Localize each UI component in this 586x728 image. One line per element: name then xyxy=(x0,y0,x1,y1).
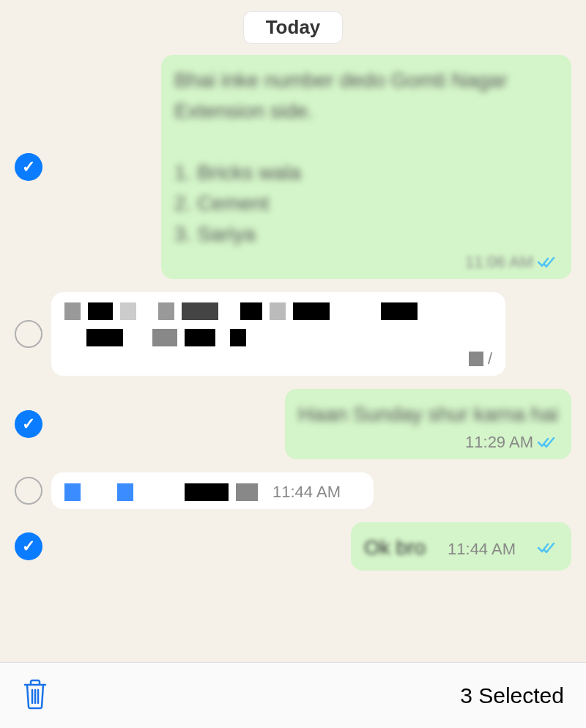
bubble-container: Ok bro 11:44 AM xyxy=(51,522,571,571)
selection-checkbox[interactable]: ✓ xyxy=(15,532,42,560)
redacted-content xyxy=(64,302,492,320)
redacted-content: 11:44 AM xyxy=(64,483,360,502)
read-receipt-icon xyxy=(538,436,558,449)
selected-count: 3 Selected xyxy=(460,683,564,708)
selection-checkbox[interactable]: ✓ xyxy=(15,410,42,438)
check-icon: ✓ xyxy=(22,157,35,177)
message-meta: / xyxy=(64,349,492,368)
message-row[interactable]: ✓ Haan Sunday shur karna hai 11:29 AM xyxy=(15,389,571,459)
date-pill: Today xyxy=(243,11,344,44)
bubble-container: / xyxy=(51,292,571,376)
delete-button[interactable] xyxy=(22,679,48,713)
selection-checkbox[interactable] xyxy=(15,477,42,505)
message-time: 11:44 AM xyxy=(272,483,341,502)
bubble-container: Bhai inke number dedo Gomti Nagar Extens… xyxy=(51,55,571,279)
message-bubble-outgoing[interactable]: Bhai inke number dedo Gomti Nagar Extens… xyxy=(161,55,571,279)
selection-toolbar: 3 Selected xyxy=(0,662,586,728)
check-icon: ✓ xyxy=(22,537,35,556)
message-row[interactable]: / xyxy=(15,292,571,376)
message-text: Haan Sunday shur karna hai xyxy=(298,403,558,426)
message-bubble-incoming[interactable]: / xyxy=(51,292,505,376)
read-receipt-icon xyxy=(538,256,558,269)
read-receipt-icon xyxy=(538,541,558,554)
message-meta: 11:06 AM xyxy=(174,253,558,272)
message-time: 11:06 AM xyxy=(465,253,533,272)
bubble-container: Haan Sunday shur karna hai 11:29 AM xyxy=(51,389,571,459)
message-meta: 11:29 AM xyxy=(298,433,558,452)
selection-checkbox[interactable]: ✓ xyxy=(15,153,42,181)
chat-area: Today ✓ Bhai inke number dedo Gomti Naga… xyxy=(0,0,586,662)
date-header: Today xyxy=(15,11,571,44)
message-row[interactable]: ✓ Bhai inke number dedo Gomti Nagar Exte… xyxy=(15,55,571,279)
redacted-content xyxy=(64,329,492,346)
message-text: Bhai inke number dedo Gomti Nagar Extens… xyxy=(174,65,558,250)
message-row[interactable]: 11:44 AM xyxy=(15,472,571,509)
message-bubble-incoming[interactable]: 11:44 AM xyxy=(51,472,374,509)
message-time: 11:29 AM xyxy=(465,433,533,452)
message-bubble-outgoing[interactable]: Ok bro 11:44 AM xyxy=(351,522,571,571)
check-icon: ✓ xyxy=(22,415,35,434)
selection-checkbox[interactable] xyxy=(15,320,42,348)
bubble-container: 11:44 AM xyxy=(51,472,571,509)
message-bubble-outgoing[interactable]: Haan Sunday shur karna hai 11:29 AM xyxy=(285,389,571,459)
message-time: 11:44 AM xyxy=(448,540,516,559)
message-text: Ok bro xyxy=(364,532,426,563)
message-row[interactable]: ✓ Ok bro 11:44 AM xyxy=(15,522,571,571)
